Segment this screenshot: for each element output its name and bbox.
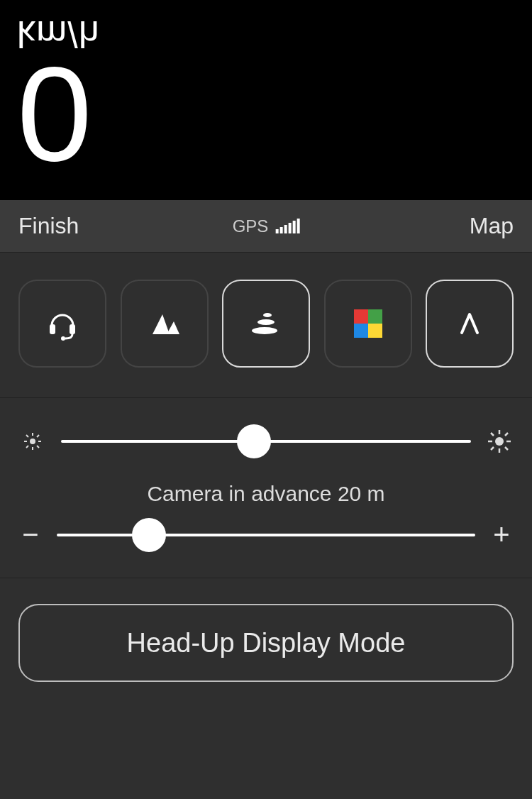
plus-icon: + [489,519,514,551]
mode-row [0,253,532,398]
camera-advance-thumb[interactable] [132,518,166,552]
stack-icon [246,304,286,343]
signal-icon [275,219,299,233]
camera-advance-slider[interactable]: − + [18,519,514,551]
speed-value: 0 [17,57,515,172]
map-button[interactable]: Map [470,213,514,239]
gps-label: GPS [233,216,269,236]
svg-point-5 [252,327,277,334]
speed-panel: km/h 0 [0,0,532,200]
brightness-slider[interactable] [18,429,514,453]
sliders-panel: Camera in advance 20 m − + [0,398,532,578]
svg-line-24 [491,433,494,436]
svg-rect-8 [354,324,368,338]
mode-caret[interactable] [426,280,514,368]
svg-point-4 [257,319,275,325]
svg-line-25 [505,447,508,450]
svg-point-10 [30,439,35,444]
hud-mode-label: Head-Up Display Mode [127,628,406,659]
headset-icon [45,306,80,341]
caret-icon [453,307,486,340]
svg-rect-1 [70,324,75,334]
svg-point-2 [61,336,65,341]
hud-section: Head-Up Display Mode [0,578,532,707]
camera-advance-label: Camera in advance 20 m [18,482,514,506]
svg-line-15 [26,435,28,437]
mountains-icon [147,306,182,341]
minus-icon: − [18,519,43,551]
gps-indicator: GPS [233,216,300,236]
brightness-low-icon [18,432,47,451]
mode-headset[interactable] [18,280,106,368]
svg-line-27 [491,447,494,450]
brightness-track[interactable] [61,440,471,443]
mode-colors[interactable] [324,280,412,368]
toolbar: Finish GPS Map [0,200,532,253]
svg-rect-6 [354,309,368,324]
brightness-thumb[interactable] [237,424,271,458]
svg-rect-7 [368,309,382,324]
mode-stack[interactable] [222,280,310,368]
svg-line-18 [26,446,28,448]
svg-rect-0 [50,324,55,334]
finish-button[interactable]: Finish [18,213,79,239]
svg-line-17 [37,435,39,437]
colors-icon [353,308,384,339]
svg-line-16 [37,446,39,448]
svg-rect-9 [368,324,382,338]
svg-line-26 [505,433,508,436]
hud-mode-button[interactable]: Head-Up Display Mode [18,604,514,682]
mode-mountains[interactable] [121,280,209,368]
svg-point-3 [263,313,272,317]
speed-unit: km/h [17,16,515,53]
brightness-high-icon [485,429,514,453]
camera-advance-track[interactable] [57,534,475,536]
svg-point-19 [495,437,504,446]
